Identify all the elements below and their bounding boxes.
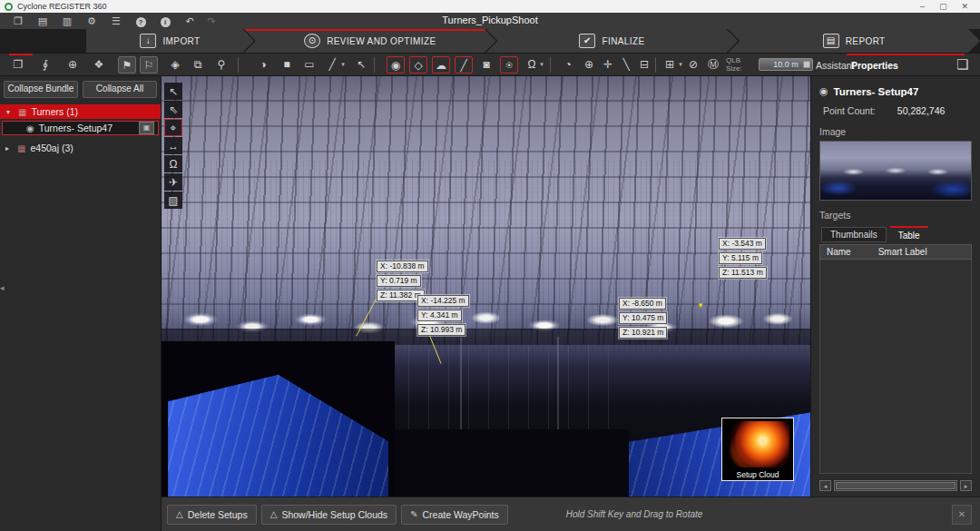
measurement-y: Y: 5.115 m	[719, 252, 762, 264]
tag-tool-icon[interactable]: ◈	[166, 56, 184, 74]
cube-view-tool[interactable]: ▧	[164, 192, 182, 209]
scroll-left-icon[interactable]: ◂	[819, 480, 831, 491]
cluster-dropdown-caret-icon[interactable]: ▾	[677, 61, 684, 68]
workflow-step-label: IMPORT	[162, 36, 200, 46]
select-cursor-tool[interactable]: ↖	[164, 83, 182, 100]
targets-table-body[interactable]	[819, 260, 972, 474]
delete-setups-button[interactable]: △ Delete Setups	[167, 505, 257, 525]
zoom-region-icon[interactable]: ⚲	[212, 56, 230, 74]
follow-dropdown-caret-icon[interactable]: ▾	[538, 61, 545, 68]
show-images-toggle-icon[interactable]: ◙	[477, 56, 495, 74]
show-measures-toggle-icon[interactable]: ╱	[455, 56, 473, 74]
move-axes-icon[interactable]: ✛	[599, 56, 617, 74]
expand-caret-icon[interactable]: ▾	[6, 108, 14, 116]
pick-point-tool[interactable]: ⇖	[164, 101, 182, 118]
truslicer-icon[interactable]: ⊟	[635, 56, 653, 74]
cloud-color-icon[interactable]: ◔	[559, 56, 577, 74]
show-waypoints-toggle-icon[interactable]: ⍟	[500, 56, 518, 74]
show-labels-toggle-icon[interactable]: ◇	[409, 56, 427, 74]
collapse-bundle-button[interactable]: Collapse Bundle	[4, 81, 78, 98]
window-title: Cyclone REGISTER 360	[17, 2, 107, 11]
setup-cluster-icon[interactable]: ⊞	[661, 56, 679, 74]
setup-icon: ◉	[26, 123, 34, 133]
bundle-view-toggle2-icon[interactable]: ⚐	[140, 56, 158, 74]
qlb-slider-handle[interactable]	[803, 61, 810, 68]
workflow-step-finalize[interactable]: ✔ FINALIZE	[486, 29, 739, 53]
main-toolbar: ❐ ∮ ⊕ ❖ ⚑ ⚐ ◈ ⧉ ⚲ ◑ ■ ▭ ╱ ▾ ↖ ◉ ◇ ☁ ╱ ◙ …	[0, 53, 980, 76]
workflow-step-label: FINALIZE	[602, 36, 644, 46]
qlb-size-slider[interactable]: 10.0 m	[759, 58, 813, 71]
column-smart-label: Smart Label	[878, 247, 927, 257]
show-targets-toggle-icon[interactable]: ◉	[387, 56, 405, 74]
measure-dropdown-caret-icon[interactable]: ▾	[339, 61, 347, 68]
tab-thumbnails[interactable]: Thumbnails	[821, 227, 887, 242]
measurement-label-group: X: -14.225 m Y: 4.341 m Z: 10.993 m	[417, 295, 469, 339]
minimize-button[interactable]: –	[920, 2, 925, 11]
workflow-step-import[interactable]: ↓ IMPORT	[86, 29, 254, 53]
maximize-button[interactable]: ▢	[939, 2, 947, 11]
scroll-right-icon[interactable]: ▸	[960, 480, 972, 491]
workflow-step-review-and-optimize[interactable]: ⊙ REVIEW AND OPTIMIZE	[244, 29, 496, 53]
dismiss-hint-button[interactable]: ✕	[952, 505, 972, 525]
targets-tabs: Thumbnails Table	[819, 226, 972, 242]
panorama-thumbnail[interactable]	[819, 141, 972, 201]
selection-icon[interactable]: ■	[278, 56, 296, 74]
globe-icon[interactable]: ⊕	[64, 56, 82, 74]
show-hide-setup-clouds-button[interactable]: △ Show/Hide Setup Clouds	[261, 505, 397, 525]
measurement-z: Z: 11.513 m	[719, 267, 767, 279]
fly-navigation-tool[interactable]: ✈	[164, 173, 182, 191]
paperclip-icon[interactable]: ∮	[36, 56, 54, 74]
tab-properties[interactable]: Properties	[851, 60, 898, 71]
project-files-icon[interactable]: ❐	[9, 56, 27, 74]
bundle-view-toggle-icon[interactable]: ⚑	[118, 56, 136, 74]
rotate-hint-text: Hold Shift Key and Drag to Rotate	[489, 509, 779, 519]
pan-tool[interactable]: ⌖	[164, 119, 182, 136]
bottom-action-bar: △ Delete Setups △ Show/Hide Setup Clouds…	[162, 497, 980, 531]
measurement-y: Y: 10.475 m	[619, 312, 667, 324]
setup-image-chip-icon[interactable]: ▣	[139, 122, 154, 134]
tree-item-setup47[interactable]: ◉ Turners- Setup47 ▣	[2, 121, 159, 135]
qlb-optimize-icon[interactable]: ⊘	[684, 56, 702, 74]
qlb-mode-icon[interactable]: Ⓜ	[704, 56, 722, 74]
measurement-y: Y: 0.719 m	[377, 275, 421, 287]
qlb-size-value: 10.0 m	[773, 60, 799, 69]
scrollbar-thumb[interactable]	[836, 482, 956, 489]
point-count-value: 50,282,746	[897, 105, 946, 116]
panel-layout-icon[interactable]: ❏	[956, 56, 968, 73]
layers-icon[interactable]: ⧉	[189, 56, 207, 74]
tree-item-label: e450aj (3)	[30, 143, 73, 153]
image-section-label: Image	[819, 126, 972, 137]
point-cloud-viewport[interactable]: ↖ ⇖ ⌖ ↔ Ω ✈ ▧ ▼ X: -10.838 m Y: 0.719 m …	[162, 76, 810, 497]
measure-distance-tool[interactable]: ↔	[164, 137, 182, 154]
add-target-icon[interactable]: ⊕	[580, 56, 598, 74]
close-button[interactable]: ✕	[961, 2, 968, 11]
workflow-step-report[interactable]: ▤ REPORT	[728, 29, 980, 53]
properties-tab-indicator	[847, 54, 965, 55]
tripod-icon: △	[270, 509, 278, 519]
project-title: Turners_PickupShoot	[0, 15, 980, 25]
measurement-label-group: X: -8.650 m Y: 10.475 m Z: 10.921 m	[619, 298, 667, 341]
horizontal-scrollbar: ◂ ▸	[819, 480, 972, 491]
colorize-icon[interactable]: ◑	[254, 56, 272, 74]
tab-table[interactable]: Table	[890, 226, 928, 242]
review-icon: ⊙	[304, 34, 320, 48]
setup-cloud-minimap[interactable]: Setup Cloud	[721, 418, 794, 481]
draw-line-icon[interactable]: ╲	[617, 56, 635, 74]
images-icon[interactable]: ❖	[90, 56, 108, 74]
pick-cursor-icon[interactable]: ↖	[352, 56, 370, 74]
collapse-all-button[interactable]: Collapse All	[83, 81, 157, 98]
bundle-icon: ▦	[17, 143, 25, 153]
tree-item-label: Turners- Setup47	[39, 123, 113, 133]
show-clouds-toggle-icon[interactable]: ☁	[432, 56, 450, 74]
column-name: Name	[827, 247, 851, 257]
panorama-icon[interactable]: ▭	[300, 56, 318, 74]
tree-item-bundle-turners[interactable]: ▾ ▦ Turners (1)	[0, 104, 161, 119]
tab-assistant[interactable]: Assistant	[816, 60, 855, 71]
scrollbar-track[interactable]	[834, 480, 957, 491]
tree-item-bundle-e450aj[interactable]: ▸ ▦ e450aj (3)	[2, 141, 159, 155]
panel-collapse-arrow-icon[interactable]: ◂	[0, 283, 5, 292]
setup-view-tool[interactable]: Ω	[164, 155, 182, 172]
measure-tool-icon[interactable]: ╱	[323, 56, 341, 74]
collapsed-caret-icon[interactable]: ▸	[5, 144, 13, 152]
project-tree-panel: Collapse Bundle Collapse All ▾ ▦ Turners…	[0, 76, 162, 531]
